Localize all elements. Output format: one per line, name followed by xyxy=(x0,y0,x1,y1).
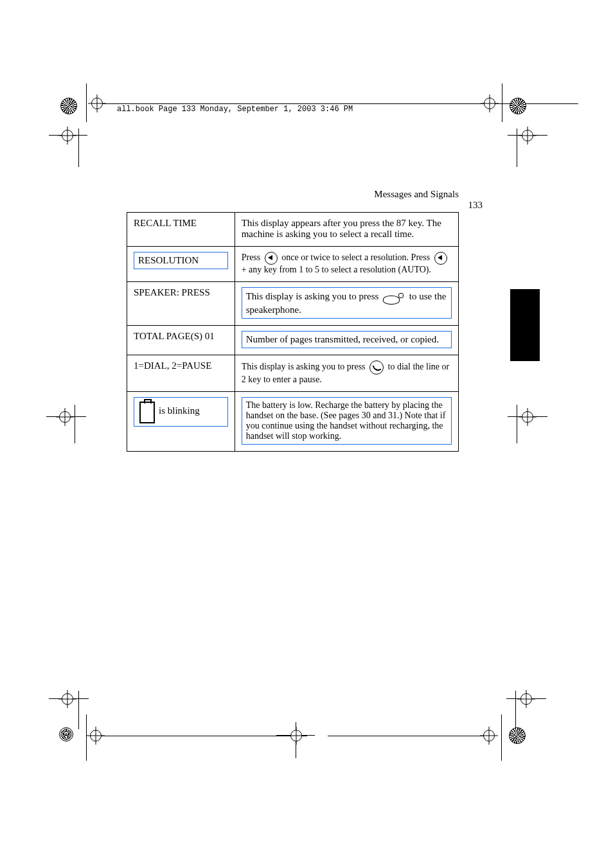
message-cell: 1=DIAL, 2=PAUSE xyxy=(127,355,235,392)
description-cell: Press once or twice to select a resoluti… xyxy=(235,247,458,282)
table-row: SPEAKER: PRESS This display is asking yo… xyxy=(127,282,459,326)
source-file-header: all.book Page 133 Monday, September 1, 2… xyxy=(117,105,353,114)
registration-cross-icon xyxy=(483,730,495,741)
desc-text-b: once or twice to select a resolution. Pr… xyxy=(281,252,432,262)
table-row: TOTAL PAGE(S) 01 Number of pages transmi… xyxy=(127,326,459,355)
dial-key-icon xyxy=(369,360,384,375)
message-cell: RESOLUTION xyxy=(127,247,235,282)
registration-cross-icon xyxy=(520,693,532,705)
running-head: Messages and Signals xyxy=(374,189,459,200)
desc-text-a: Press xyxy=(242,252,263,262)
description-cell: This display is asking you to press to d… xyxy=(235,355,458,392)
desc-text-c: + any key from 1 to 5 to select a resolu… xyxy=(242,265,431,274)
highlight-box: This display is asking you to press to u… xyxy=(242,287,452,319)
registration-cross-icon xyxy=(62,130,73,141)
table-row: is blinking The battery is low. Recharge… xyxy=(127,392,459,452)
description-cell: This display is asking you to press to u… xyxy=(235,282,458,326)
registration-cross-icon xyxy=(59,411,71,423)
highlight-box: The battery is low. Recharge the battery… xyxy=(242,397,452,445)
registration-dot-icon xyxy=(59,727,73,741)
battery-icon xyxy=(139,402,155,423)
table-row: 1=DIAL, 2=PAUSE This display is asking y… xyxy=(127,355,459,392)
registration-cross-icon xyxy=(90,730,102,741)
registration-cross-icon xyxy=(290,730,302,741)
registration-cross-icon xyxy=(484,98,495,109)
speaker-key-icon xyxy=(383,290,405,305)
left-arrow-key-icon xyxy=(265,252,278,265)
message-cell: RECALL TIME xyxy=(127,213,235,247)
messages-table: RECALL TIME This display appears after y… xyxy=(127,212,459,452)
desc-text: Number of pages transmitted, received, o… xyxy=(246,334,439,344)
left-arrow-key-icon xyxy=(434,252,447,265)
message-cell: SPEAKER: PRESS xyxy=(127,282,235,326)
desc-text-a: This display is asking you to press xyxy=(242,362,368,371)
highlight-box: is blinking xyxy=(134,397,228,427)
registration-pinwheel-icon xyxy=(509,727,526,744)
description-cell: Number of pages transmitted, received, o… xyxy=(235,326,458,355)
registration-pinwheel-icon xyxy=(510,98,526,114)
registration-cross-icon xyxy=(91,98,103,109)
description-cell: The battery is low. Recharge the battery… xyxy=(235,392,458,452)
description-cell: This display appears after you press the… xyxy=(235,213,458,247)
registration-cross-icon xyxy=(522,411,533,423)
table-row: RECALL TIME This display appears after y… xyxy=(127,213,459,247)
registration-cross-icon xyxy=(62,693,73,705)
highlight-box: RESOLUTION xyxy=(134,252,228,269)
table-row: RESOLUTION Press once or twice to select… xyxy=(127,247,459,282)
desc-text: The battery is low. Recharge the battery… xyxy=(246,400,446,441)
highlight-box: Number of pages transmitted, received, o… xyxy=(242,331,452,348)
desc-text-a: This display is asking you to press xyxy=(246,291,381,301)
message-cell: is blinking xyxy=(127,392,235,452)
thumb-index-tab xyxy=(510,289,540,361)
message-text: RESOLUTION xyxy=(138,255,199,265)
source-file-text: all.book Page 133 Monday, September 1, 2… xyxy=(117,103,353,114)
registration-cross-icon xyxy=(522,130,533,141)
message-cell: TOTAL PAGE(S) 01 xyxy=(127,326,235,355)
page-number: 133 xyxy=(468,200,483,211)
registration-pinwheel-icon xyxy=(60,98,77,114)
message-text: is blinking xyxy=(159,400,200,416)
